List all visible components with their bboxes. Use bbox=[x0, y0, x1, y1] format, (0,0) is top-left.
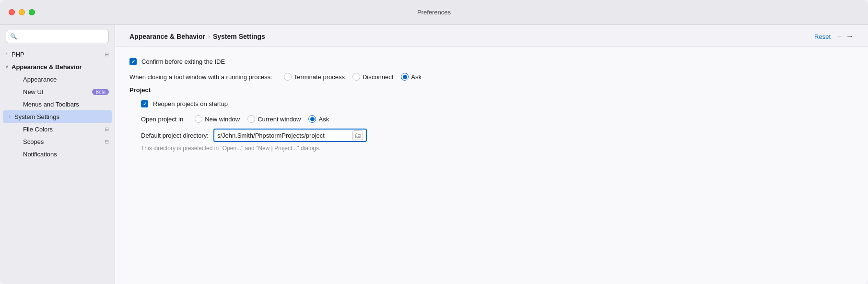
search-box[interactable]: 🔍 bbox=[6, 30, 109, 43]
process-radio-group: Terminate process Disconnect Ask bbox=[284, 73, 422, 81]
radio-current-window[interactable]: Current window bbox=[247, 115, 301, 123]
panel-body: ✓ Confirm before exiting the IDE When cl… bbox=[115, 47, 868, 284]
radio-disconnect[interactable]: Disconnect bbox=[352, 73, 393, 81]
confirm-exit-row: ✓ Confirm before exiting the IDE bbox=[129, 58, 854, 65]
search-icon: 🔍 bbox=[10, 33, 17, 40]
nav-arrows: ← → bbox=[836, 33, 854, 40]
reopen-projects-label: Reopen projects on startup bbox=[153, 100, 228, 107]
chevron-right-icon: › bbox=[4, 52, 10, 57]
reopen-projects-row: ✓ Reopen projects on startup bbox=[141, 100, 854, 107]
radio-disconnect-outer bbox=[352, 73, 360, 81]
sidebar-item-label: New UI bbox=[23, 88, 90, 95]
open-project-row: Open project in New window Current windo… bbox=[141, 115, 854, 123]
chevron-down-icon: ∨ bbox=[4, 64, 10, 69]
sidebar-item-label: System Settings bbox=[14, 113, 108, 120]
default-dir-label: Default project directory: bbox=[141, 132, 209, 139]
radio-ask-open-label: Ask bbox=[318, 116, 329, 123]
minimize-button[interactable] bbox=[19, 9, 25, 15]
radio-new-window-label: New window bbox=[205, 116, 240, 123]
confirm-exit-checkbox[interactable]: ✓ bbox=[129, 58, 137, 65]
sidebar-item-notifications[interactable]: Notifications bbox=[0, 148, 115, 160]
default-dir-input-container: 🗂 bbox=[213, 129, 367, 142]
reset-button[interactable]: Reset bbox=[814, 33, 831, 40]
settings-icon: ⊟ bbox=[105, 139, 109, 145]
radio-ask-process-label: Ask bbox=[411, 73, 422, 81]
sidebar-item-php[interactable]: › PHP ⊟ bbox=[0, 48, 115, 60]
closing-tool-label: When closing a tool window with a runnin… bbox=[129, 73, 272, 81]
breadcrumb-separator: › bbox=[208, 33, 210, 40]
titlebar: Preferences bbox=[0, 0, 868, 25]
sidebar-item-label: Appearance bbox=[23, 76, 109, 83]
back-button[interactable]: ← bbox=[836, 33, 844, 40]
radio-new-window[interactable]: New window bbox=[195, 115, 240, 123]
forward-button[interactable]: → bbox=[846, 33, 854, 40]
radio-terminate[interactable]: Terminate process bbox=[284, 73, 345, 81]
main-panel: Appearance & Behavior › System Settings … bbox=[115, 25, 868, 284]
radio-ask-process[interactable]: Ask bbox=[401, 73, 422, 81]
traffic-lights bbox=[9, 9, 35, 15]
breadcrumb: Appearance & Behavior › System Settings bbox=[129, 33, 265, 40]
beta-badge: Beta bbox=[92, 89, 109, 95]
breadcrumb-parent: Appearance & Behavior bbox=[129, 33, 205, 40]
sidebar-item-appearance-behavior[interactable]: ∨ Appearance & Behavior bbox=[0, 60, 115, 73]
panel-header: Appearance & Behavior › System Settings … bbox=[115, 25, 868, 47]
sidebar-item-menus-toolbars[interactable]: Menus and Toolbars bbox=[0, 98, 115, 110]
confirm-exit-label: Confirm before exiting the IDE bbox=[141, 58, 225, 65]
radio-ask-process-outer bbox=[401, 73, 409, 81]
open-project-label: Open project in bbox=[141, 116, 183, 123]
radio-disconnect-label: Disconnect bbox=[363, 73, 393, 81]
sidebar-item-label: Scopes bbox=[23, 138, 103, 145]
project-inner: ✓ Reopen projects on startup Open projec… bbox=[129, 100, 854, 152]
radio-new-window-outer bbox=[195, 115, 202, 123]
radio-ask-open[interactable]: Ask bbox=[308, 115, 329, 123]
window-title: Preferences bbox=[417, 9, 451, 16]
default-dir-row: Default project directory: 🗂 bbox=[141, 129, 854, 142]
sidebar-item-label: File Colors bbox=[23, 126, 103, 133]
sidebar-items: › PHP ⊟ ∨ Appearance & Behavior Appearan… bbox=[0, 48, 115, 284]
radio-current-window-label: Current window bbox=[258, 116, 301, 123]
sidebar-item-label: Notifications bbox=[23, 151, 109, 158]
checkmark-icon: ✓ bbox=[143, 101, 147, 106]
sidebar-item-file-colors[interactable]: File Colors ⊟ bbox=[0, 123, 115, 135]
directory-hint: This directory is preselected in "Open..… bbox=[141, 145, 854, 152]
sidebar-item-label: Menus and Toolbars bbox=[23, 101, 109, 108]
radio-terminate-label: Terminate process bbox=[294, 73, 345, 81]
default-dir-input[interactable] bbox=[217, 132, 351, 139]
sidebar-item-new-ui[interactable]: New UI Beta bbox=[0, 85, 115, 98]
sidebar-item-appearance[interactable]: Appearance bbox=[0, 73, 115, 85]
main-content: 🔍 › PHP ⊟ ∨ Appearance & Behavior bbox=[0, 25, 868, 284]
header-actions: Reset ← → bbox=[814, 33, 854, 40]
sidebar-item-label: Appearance & Behavior bbox=[12, 63, 109, 71]
project-section-title: Project bbox=[129, 86, 854, 94]
radio-ask-open-inner bbox=[310, 117, 315, 121]
settings-icon: ⊟ bbox=[105, 51, 109, 58]
maximize-button[interactable] bbox=[29, 9, 35, 15]
sidebar-item-system-settings[interactable]: › System Settings bbox=[3, 110, 112, 123]
breadcrumb-current: System Settings bbox=[213, 33, 265, 40]
sidebar-item-label: PHP bbox=[12, 51, 103, 58]
checkmark-icon: ✓ bbox=[131, 59, 135, 64]
closing-tool-row: When closing a tool window with a runnin… bbox=[129, 73, 854, 81]
radio-ask-process-inner bbox=[403, 75, 407, 79]
reopen-projects-checkbox[interactable]: ✓ bbox=[141, 100, 148, 107]
folder-browse-button[interactable]: 🗂 bbox=[352, 130, 363, 140]
preferences-window: Preferences 🔍 › PHP ⊟ ∨ A bbox=[0, 0, 868, 284]
radio-terminate-outer bbox=[284, 73, 292, 81]
chevron-right-icon: › bbox=[7, 114, 12, 119]
open-project-radio-group: New window Current window bbox=[195, 115, 329, 123]
radio-ask-open-outer bbox=[308, 115, 316, 123]
sidebar: 🔍 › PHP ⊟ ∨ Appearance & Behavior bbox=[0, 25, 115, 284]
project-section: Project ✓ Reopen projects on startup Ope… bbox=[129, 86, 854, 152]
search-container: 🔍 bbox=[0, 30, 115, 48]
settings-icon: ⊟ bbox=[105, 126, 109, 132]
close-button[interactable] bbox=[9, 9, 15, 15]
sidebar-item-scopes[interactable]: Scopes ⊟ bbox=[0, 135, 115, 148]
radio-current-window-outer bbox=[247, 115, 255, 123]
